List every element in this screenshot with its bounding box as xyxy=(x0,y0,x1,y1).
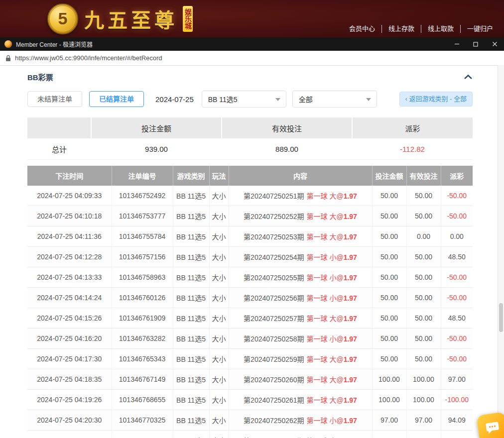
content-period: 第202407250251期 xyxy=(244,192,304,200)
date-picker[interactable]: 2024-07-25 xyxy=(155,95,194,104)
cell-bet-time: 2024-07-25 04:17:30 xyxy=(27,349,112,369)
cell-content: 第202407250256期第一球 小@1.97 xyxy=(229,288,372,308)
records-header-row: 下注时间 注单编号 游戏类别 玩法 内容 投注金额 有效投注 派彩 xyxy=(27,166,473,186)
cell-game-type: BB 11选5 xyxy=(173,267,209,288)
content-odds: 1.97 xyxy=(344,233,357,241)
content-odds: 1.97 xyxy=(344,335,357,343)
browser-window: 5 九五至尊 娱乐城 会员中心 线上存款 线上取款 一键归户 Member Ce… xyxy=(0,0,504,438)
header-game-type: 游戏类别 xyxy=(173,166,209,186)
cell-order-id: 101346770325 xyxy=(112,410,173,431)
close-button[interactable] xyxy=(485,37,504,51)
cell-play-type: 大小 xyxy=(209,349,229,369)
cell-bet-time: 2024-07-25 04:20:30 xyxy=(27,410,112,431)
cell-bet-time: 2024-07-25 04:15:26 xyxy=(27,308,112,328)
content-pick: 第一球 小@ xyxy=(307,417,344,425)
nav-online-deposit[interactable]: 线上存款 xyxy=(381,25,421,33)
cell-play-type: 大小 xyxy=(209,308,229,328)
header-valid-bet: 有效投注 xyxy=(406,166,441,186)
content-odds: 1.97 xyxy=(344,396,357,404)
content-pick: 第一球 小@ xyxy=(307,253,344,261)
content-period: 第202407250258期 xyxy=(244,335,304,343)
cell-bet-amount: 50.00 xyxy=(372,226,406,247)
cell-play-type: 大小 xyxy=(209,431,229,438)
nav-online-withdraw[interactable]: 线上取款 xyxy=(421,25,460,33)
cell-bet-amount: 50.00 xyxy=(372,328,406,349)
cell-bet-amount: 100.00 xyxy=(372,390,406,410)
cell-order-id: 101346768655 xyxy=(112,390,173,410)
game-select[interactable]: BB 11选5 xyxy=(202,91,286,108)
nav-member-center[interactable]: 会员中心 xyxy=(343,25,381,33)
page-title: BB彩票 xyxy=(27,72,53,82)
records-body: 2024-07-25 04:09:33 101346752492 BB 11选5… xyxy=(27,186,473,438)
address-bar[interactable]: https://www.jw05.cc:9900/infe/mcenter/#/… xyxy=(0,51,504,66)
lock-icon xyxy=(5,55,11,62)
cell-bet-amount: 50.00 xyxy=(372,186,406,206)
cell-bet-amount: 97.00 xyxy=(372,431,406,438)
chevron-up-icon xyxy=(464,74,473,80)
content-period: 第202407250255期 xyxy=(244,274,304,282)
back-to-game-category-button[interactable]: ‹ 返回游戏类别 - 全部 xyxy=(399,92,473,107)
cell-order-id: 101346767149 xyxy=(112,369,173,390)
cell-play-type: 大小 xyxy=(209,410,229,431)
cell-bet-time: 2024-07-25 04:14:24 xyxy=(27,288,112,308)
game-select-value: BB 11选5 xyxy=(208,94,238,104)
cell-order-id: 101346765343 xyxy=(112,349,173,369)
cell-payout: 48.50 xyxy=(441,308,473,328)
cell-bet-amount: 97.00 xyxy=(372,410,406,431)
chevron-down-icon xyxy=(366,98,371,101)
cell-order-id: 101346761909 xyxy=(112,308,173,328)
cell-play-type: 大小 xyxy=(209,226,229,247)
page-content: BB彩票 未结算注单 已结算注单 2024-07-25 BB 11选5 全部 ‹… xyxy=(0,66,504,438)
cell-valid-bet: 50.00 xyxy=(406,186,441,206)
nav-one-key-transfer[interactable]: 一键归户 xyxy=(460,25,493,33)
settled-bets-button[interactable]: 已结算注单 xyxy=(89,91,144,107)
maximize-button[interactable] xyxy=(466,37,485,51)
content-odds: 1.97 xyxy=(344,417,357,425)
collapse-button[interactable] xyxy=(464,74,473,80)
summary-header-bet-amount: 投注金额 xyxy=(91,117,222,138)
cell-order-id: 101346763282 xyxy=(112,328,173,349)
close-icon xyxy=(492,41,498,47)
cell-game-type: BB 11选5 xyxy=(173,206,209,226)
cell-play-type: 大小 xyxy=(209,267,229,288)
table-row: 2024-07-25 04:19:26 101346768655 BB 11选5… xyxy=(27,390,473,410)
customer-service-button[interactable] xyxy=(476,412,504,438)
filter-toolbar: 未结算注单 已结算注单 2024-07-25 BB 11选5 全部 ‹ 返回游戏… xyxy=(27,91,473,108)
maximize-icon xyxy=(473,42,478,47)
cell-game-type: BB 11选5 xyxy=(173,247,209,267)
window-controls xyxy=(447,37,504,51)
cell-valid-bet: 97.00 xyxy=(406,431,441,438)
content-period: 第202407250257期 xyxy=(244,315,304,323)
cell-order-id: 101346753777 xyxy=(112,206,173,226)
minimize-button[interactable] xyxy=(447,37,466,51)
cell-valid-bet: 97.00 xyxy=(406,410,441,431)
cell-play-type: 大小 xyxy=(209,247,229,267)
header-order-id: 注单编号 xyxy=(112,166,173,186)
url-text[interactable]: https://www.jw05.cc:9900/infe/mcenter/#/… xyxy=(15,54,162,62)
table-row: 2024-07-25 04:14:24 101346760126 BB 11选5… xyxy=(27,288,473,308)
cell-bet-amount: 100.00 xyxy=(372,369,406,390)
summary-table: 投注金额 有效投注 派彩 总计 939.00 889.00 -112.82 xyxy=(27,117,473,160)
site-logo: 5 九五至尊 娱乐城 xyxy=(47,3,193,34)
cell-game-type: BB 11选5 xyxy=(173,328,209,349)
table-row: 2024-07-25 04:13:33 101346758963 BB 11选5… xyxy=(27,267,473,288)
cell-bet-time: 2024-07-25 04:10:18 xyxy=(27,206,112,226)
cell-payout: -50.00 xyxy=(441,328,473,349)
unsettled-bets-button[interactable]: 未结算注单 xyxy=(27,91,82,107)
cell-payout: -50.00 xyxy=(441,288,473,308)
content-pick: 第一球 小@ xyxy=(307,274,344,282)
content-odds: 1.97 xyxy=(344,376,357,384)
content-period: 第202407250252期 xyxy=(244,213,304,220)
cell-payout: 94.09 xyxy=(441,431,473,438)
cell-content: 第202407250263期第一球 小@1.97 xyxy=(229,431,372,438)
content-odds: 1.97 xyxy=(344,192,357,200)
cell-valid-bet: 50.00 xyxy=(406,308,441,328)
table-row: 2024-07-25 04:10:18 101346753777 BB 11选5… xyxy=(27,206,473,226)
scrollbar-thumb[interactable] xyxy=(499,303,503,332)
scope-select[interactable]: 全部 xyxy=(292,91,377,108)
window-title: Member Center - 极速浏览器 xyxy=(16,40,93,48)
content-odds: 1.97 xyxy=(344,355,357,363)
cell-payout: -50.00 xyxy=(441,349,473,369)
content-period: 第202407250253期 xyxy=(244,233,304,241)
cell-valid-bet: 50.00 xyxy=(406,267,441,288)
